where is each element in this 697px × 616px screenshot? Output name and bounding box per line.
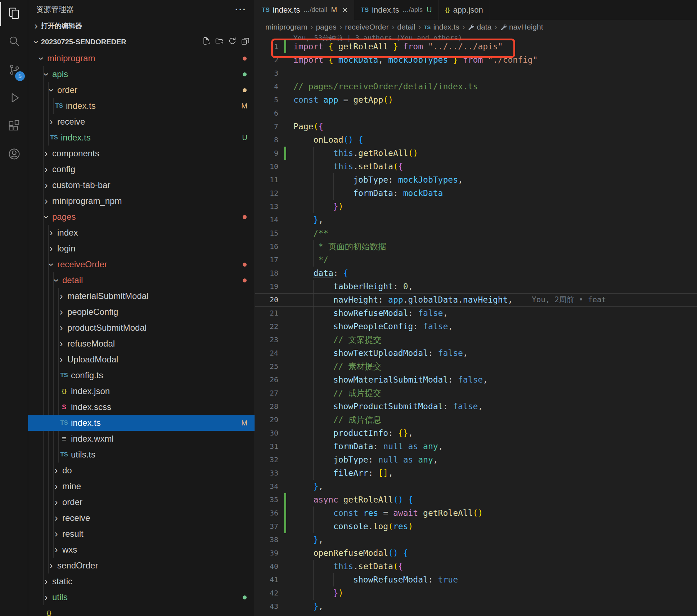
line-number[interactable]: 7 <box>255 120 278 133</box>
tree-item-index.ts[interactable]: TSindex.tsU <box>28 130 255 146</box>
code-line-28[interactable]: 28 showProductSubmitModal: false, <box>255 400 697 413</box>
explorer-button[interactable] <box>0 0 28 28</box>
new-file-button[interactable] <box>201 36 212 48</box>
open-editors-section[interactable]: 打开的编辑器 <box>28 19 255 33</box>
line-number[interactable]: 8 <box>255 133 278 147</box>
tree-item-UploadModal[interactable]: UploadModal <box>28 352 255 367</box>
line-number[interactable]: 17 <box>255 253 278 267</box>
source-control-button[interactable]: 5 <box>0 56 28 84</box>
line-number[interactable]: 39 <box>255 546 278 560</box>
code-line-31[interactable]: 31 formData: null as any, <box>255 440 697 453</box>
line-number[interactable]: 25 <box>255 360 278 373</box>
tree-item-config.ts[interactable]: TSconfig.ts <box>28 367 255 383</box>
line-number[interactable]: 42 <box>255 586 278 600</box>
new-folder-button[interactable] <box>213 36 225 48</box>
code-line-4[interactable]: 4// pages/receiveOrder/detail/index.ts <box>255 80 697 93</box>
code-line-8[interactable]: 8 onLoad() { <box>255 133 697 147</box>
line-number[interactable]: 34 <box>255 480 278 493</box>
tree-item-mine[interactable]: mine <box>28 478 255 494</box>
project-section-header[interactable]: 20230725-SENDOREDER <box>28 33 255 50</box>
code-line-22[interactable]: 22 showPeopleConfig: false, <box>255 320 697 333</box>
tree-item-detail[interactable]: detail <box>28 272 255 288</box>
tree-item-order[interactable]: order <box>28 494 255 510</box>
line-number[interactable]: 3 <box>255 67 278 80</box>
tree-item-result[interactable]: result <box>28 526 255 542</box>
code-line-35[interactable]: 35 async getRoleAll() { <box>255 493 697 506</box>
code-editor[interactable]: You, 53分钟前 | 3 authors (You and others) … <box>255 34 697 616</box>
line-number[interactable]: 10 <box>255 160 278 173</box>
tree-item-login[interactable]: login <box>28 241 255 256</box>
code-line-19[interactable]: 19 tabberHeight: 0, <box>255 280 697 293</box>
line-number[interactable]: 32 <box>255 453 278 467</box>
tree-item-wxs[interactable]: wxs <box>28 542 255 558</box>
code-line-15[interactable]: 15 /** <box>255 227 697 240</box>
line-number[interactable]: 21 <box>255 307 278 320</box>
code-line-43[interactable]: 43 }, <box>255 600 697 613</box>
code-line-16[interactable]: 16 * 页面的初始数据 <box>255 240 697 253</box>
tab-index.ts[interactable]: TSindex.ts…/apisU <box>354 0 439 20</box>
tree-item-materialSubmitModal[interactable]: materialSubmitModal <box>28 288 255 304</box>
code-line-38[interactable]: 38 }, <box>255 533 697 546</box>
line-number[interactable]: 5 <box>255 93 278 107</box>
tree-item-miniprogram_npm[interactable]: miniprogram_npm <box>28 193 255 209</box>
breadcrumb-item-index.ts[interactable]: TSindex.ts <box>424 23 459 31</box>
line-number[interactable]: 29 <box>255 413 278 427</box>
code-line-33[interactable]: 33 fileArr: [], <box>255 467 697 480</box>
code-line-3[interactable]: 3 <box>255 67 697 80</box>
line-number[interactable]: 11 <box>255 173 278 187</box>
code-line-7[interactable]: 7Page({ <box>255 120 697 133</box>
line-number[interactable]: 43 <box>255 600 278 613</box>
line-number[interactable]: 22 <box>255 320 278 333</box>
line-number[interactable]: 37 <box>255 520 278 533</box>
line-number[interactable]: 36 <box>255 506 278 520</box>
code-line-24[interactable]: 24 showTextUploadModal: false, <box>255 347 697 360</box>
code-line-36[interactable]: 36 const res = await getRoleAll() <box>255 506 697 520</box>
breadcrumb-item-detail[interactable]: detail <box>397 23 415 31</box>
account-button[interactable] <box>0 140 28 169</box>
line-number[interactable]: 12 <box>255 187 278 200</box>
tree-item-apis[interactable]: apis <box>28 66 255 82</box>
tab-app.json[interactable]: {}app.json <box>439 0 490 20</box>
tree-item-index.json[interactable]: {}index.json <box>28 383 255 399</box>
line-number[interactable]: 31 <box>255 440 278 453</box>
code-line-26[interactable]: 26 showMaterialSubmitModal: false, <box>255 373 697 387</box>
line-number[interactable]: 35 <box>255 493 278 506</box>
line-number[interactable]: 41 <box>255 573 278 586</box>
tree-item-index.ts[interactable]: TSindex.tsM <box>28 415 255 431</box>
line-number[interactable]: 27 <box>255 387 278 400</box>
more-actions-icon[interactable] <box>235 4 247 15</box>
line-number[interactable]: 28 <box>255 400 278 413</box>
code-line-30[interactable]: 30 productInfo: {}, <box>255 427 697 440</box>
tree-item-index.wxml[interactable]: ≡index.wxml <box>28 431 255 447</box>
line-number[interactable]: 26 <box>255 373 278 387</box>
code-line-21[interactable]: 21 showRefuseModal: false, <box>255 307 697 320</box>
tree-item-receive[interactable]: receive <box>28 114 255 130</box>
tab-index.ts[interactable]: TSindex.ts…/detailM <box>255 0 354 20</box>
run-debug-button[interactable] <box>0 84 28 112</box>
tree-item-productSubmitModal[interactable]: productSubmitModal <box>28 320 255 336</box>
code-line-39[interactable]: 39 openRefuseModal() { <box>255 546 697 560</box>
code-line-17[interactable]: 17 */ <box>255 253 697 267</box>
code-line-37[interactable]: 37 console.log(res) <box>255 520 697 533</box>
code-line-23[interactable]: 23 // 文案提交 <box>255 333 697 347</box>
line-number[interactable]: 33 <box>255 467 278 480</box>
line-number[interactable]: 24 <box>255 347 278 360</box>
line-number[interactable]: 15 <box>255 227 278 240</box>
tree-item-peopleConfig[interactable]: peopleConfig <box>28 304 255 320</box>
line-number[interactable]: 20 <box>255 293 278 307</box>
breadcrumb-item-navHeight[interactable]: navHeight <box>500 23 543 31</box>
line-number[interactable]: 38 <box>255 533 278 546</box>
code-line-14[interactable]: 14 }, <box>255 213 697 227</box>
line-number[interactable]: 6 <box>255 107 278 120</box>
tree-item-order[interactable]: order <box>28 82 255 98</box>
breadcrumb-item-pages[interactable]: pages <box>316 23 336 31</box>
tree-item-custom-tab-bar[interactable]: custom-tab-bar <box>28 177 255 193</box>
code-line-13[interactable]: 13 }) <box>255 200 697 213</box>
code-line-18[interactable]: 18 data: { <box>255 267 697 280</box>
code-line-12[interactable]: 12 formData: mockData <box>255 187 697 200</box>
code-line-5[interactable]: 5const app = getApp() <box>255 93 697 107</box>
tree-item-index[interactable]: index <box>28 225 255 241</box>
tree-item-components[interactable]: components <box>28 146 255 161</box>
code-line-34[interactable]: 34 }, <box>255 480 697 493</box>
collapse-all-button[interactable] <box>239 36 251 48</box>
